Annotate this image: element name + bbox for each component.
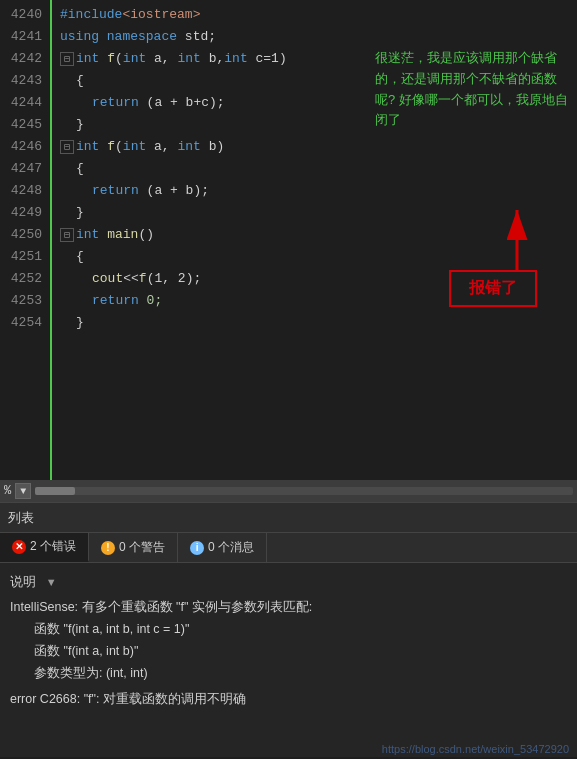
code-line-4254: } <box>60 312 577 334</box>
panel-title: 列表 <box>8 509 34 527</box>
collapse-btn-4242[interactable]: ⊟ <box>60 52 74 66</box>
error-label-text: 报错了 <box>469 279 517 296</box>
code-line-4248: return (a + b); <box>60 180 577 202</box>
arg-types-line: 参数类型为: (int, int) <box>10 663 567 685</box>
warn-icon: ! <box>101 541 115 555</box>
code-line-4241: using namespace std; <box>60 26 577 48</box>
code-line-4243: { <box>60 70 577 92</box>
tab-warnings-label: 0 个警告 <box>119 539 165 556</box>
error-label-box: 报错了 <box>449 270 537 307</box>
tab-messages[interactable]: i 0 个消息 <box>178 533 267 562</box>
error-icon: ✕ <box>12 540 26 554</box>
intellisense-line: IntelliSense: 有多个重载函数 "f" 实例与参数列表匹配: <box>10 597 567 619</box>
tab-warnings[interactable]: ! 0 个警告 <box>89 533 178 562</box>
code-lines: #include<iostream> using namespace std; … <box>52 0 577 480</box>
code-line-4242: ⊟int f(int a, int b,int c=1) <box>60 48 577 70</box>
code-line-4250: ⊟int main() <box>60 224 577 246</box>
info-icon: i <box>190 541 204 555</box>
horizontal-scrollbar[interactable] <box>35 487 573 495</box>
code-line-4240: #include<iostream> <box>60 4 577 26</box>
panel-header: 列表 <box>0 503 577 533</box>
error-panel: 列表 ✕ 2 个错误 ! 0 个警告 i 0 个消息 说明 ▼ IntelliS… <box>0 502 577 757</box>
tab-errors-label: 2 个错误 <box>30 538 76 555</box>
panel-body-text: IntelliSense: 有多个重载函数 "f" 实例与参数列表匹配: 函数 … <box>10 597 567 710</box>
code-line-4247: { <box>60 158 577 180</box>
tab-errors[interactable]: ✕ 2 个错误 <box>0 533 89 562</box>
code-editor: 4240 4241 4242 4243 4244 4245 4246 4247 … <box>0 0 577 480</box>
code-line-4251: { <box>60 246 577 268</box>
error-c2668-line: error C2668: "f": 对重载函数的调用不明确 <box>10 689 567 711</box>
code-line-4249: } <box>60 202 577 224</box>
line-numbers: 4240 4241 4242 4243 4244 4245 4246 4247 … <box>0 0 52 480</box>
panel-content: 说明 ▼ IntelliSense: 有多个重载函数 "f" 实例与参数列表匹配… <box>0 563 577 718</box>
panel-section-title: 说明 ▼ <box>10 571 567 593</box>
scrollbar-area: % ▼ <box>0 480 577 502</box>
code-line-4244: return (a + b+c); <box>60 92 577 114</box>
scrollbar-thumb <box>35 487 75 495</box>
watermark: https://blog.csdn.net/weixin_53472920 <box>382 743 569 755</box>
panel-tabs: ✕ 2 个错误 ! 0 个警告 i 0 个消息 <box>0 533 577 563</box>
func2-line: 函数 "f(int a, int b)" <box>10 641 567 663</box>
collapse-btn-4250[interactable]: ⊟ <box>60 228 74 242</box>
tab-messages-label: 0 个消息 <box>208 539 254 556</box>
scroll-percent: % <box>4 484 11 498</box>
func1-line: 函数 "f(int a, int b, int c = 1)" <box>10 619 567 641</box>
code-line-4246: ⊟int f(int a, int b) <box>60 136 577 158</box>
code-line-4245: } <box>60 114 577 136</box>
collapse-btn-4246[interactable]: ⊟ <box>60 140 74 154</box>
scroll-down-btn[interactable]: ▼ <box>15 483 31 499</box>
section-label-text: 说明 <box>10 574 36 589</box>
